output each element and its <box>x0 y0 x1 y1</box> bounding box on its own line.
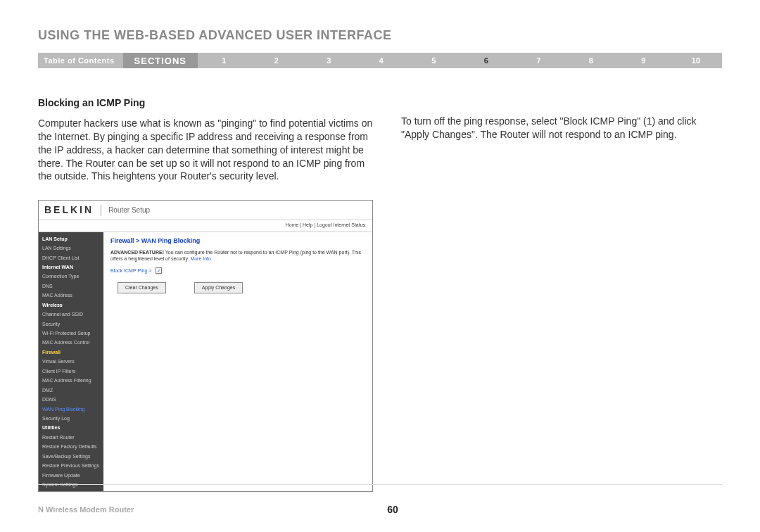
apply-changes-button[interactable]: Apply Changes <box>194 282 243 293</box>
top-right-links[interactable]: Home | Help | Logout Internet Status: <box>39 220 372 232</box>
sidebar-item[interactable]: DNS <box>39 281 103 291</box>
section-nav-bar: Table of Contents SECTIONS 1 2 3 4 5 6 7… <box>38 53 722 68</box>
sidebar-item[interactable]: MAC Address Filtering <box>39 376 103 385</box>
sidebar-item[interactable]: Security <box>39 319 103 329</box>
clear-changes-button[interactable]: Clear Changes <box>118 282 166 293</box>
nav-section-7[interactable]: 7 <box>512 56 565 65</box>
advanced-feature-label: ADVANCED FEATURE! <box>110 250 164 255</box>
router-sidebar: LAN SetupLAN SettingsDHCP Client ListInt… <box>39 232 103 492</box>
sidebar-item[interactable]: MAC Address <box>39 291 103 300</box>
sidebar-item[interactable]: Restart Router <box>39 433 103 442</box>
sidebar-item[interactable]: MAC Address Control <box>39 338 103 347</box>
sidebar-item[interactable]: Security Log <box>39 414 103 423</box>
block-icmp-label: Block ICMP Ping > <box>110 267 151 274</box>
sidebar-item[interactable]: LAN Setup <box>39 234 103 243</box>
sidebar-item[interactable]: Restore Previous Settings <box>39 461 103 470</box>
nav-section-8[interactable]: 8 <box>565 56 618 65</box>
nav-section-4[interactable]: 4 <box>355 56 408 65</box>
sub-heading: Blocking an ICMP Ping <box>38 96 373 110</box>
page-title: USING THE WEB-BASED ADVANCED USER INTERF… <box>38 28 722 43</box>
footer-page-number: 60 <box>63 504 722 515</box>
nav-sections-label: SECTIONS <box>123 53 198 68</box>
sidebar-item[interactable]: DMZ <box>39 386 103 395</box>
nav-section-2[interactable]: 2 <box>251 56 303 65</box>
sidebar-item[interactable]: Internet WAN <box>39 262 103 272</box>
nav-section-1[interactable]: 1 <box>198 56 251 65</box>
logo-separator <box>101 205 101 216</box>
belkin-logo: BELKIN <box>44 203 94 217</box>
nav-toc-link[interactable]: Table of Contents <box>38 56 123 65</box>
sidebar-item[interactable]: Wi-Fi Protected Setup <box>39 329 103 338</box>
nav-section-9[interactable]: 9 <box>617 56 670 65</box>
more-info-link[interactable]: More Info <box>190 256 211 261</box>
sidebar-item[interactable]: WAN Ping Blocking <box>39 405 103 414</box>
sidebar-item[interactable]: DHCP Client List <box>39 253 103 262</box>
nav-section-6[interactable]: 6 <box>460 56 513 65</box>
nav-section-3[interactable]: 3 <box>303 56 355 65</box>
router-ui-screenshot: BELKIN Router Setup Home | Help | Logout… <box>38 200 373 492</box>
panel-description: ADVANCED FEATURE! You can configure the … <box>110 249 365 262</box>
sidebar-item[interactable]: Firmware Update <box>39 471 103 480</box>
sidebar-item[interactable]: DDNS <box>39 395 103 404</box>
sidebar-item[interactable]: Restore Factory Defaults <box>39 442 103 451</box>
sidebar-item[interactable]: Wireless <box>39 300 103 310</box>
router-setup-label: Router Setup <box>108 205 150 215</box>
panel-breadcrumb: Firewall > WAN Ping Blocking <box>110 236 365 245</box>
sidebar-item[interactable]: Client IP Filters <box>39 367 103 376</box>
sidebar-item[interactable]: LAN Settings <box>39 243 103 253</box>
nav-section-10[interactable]: 10 <box>670 56 723 65</box>
right-body-text: To turn off the ping response, select "B… <box>401 115 722 141</box>
sidebar-item[interactable]: Save/Backup Settings <box>39 452 103 461</box>
sidebar-item[interactable]: Virtual Servers <box>39 357 103 366</box>
block-icmp-checkbox[interactable]: ✓ <box>156 267 162 274</box>
left-body-text: Computer hackers use what is known as "p… <box>38 117 373 183</box>
sidebar-item[interactable]: Firewall <box>39 348 103 357</box>
sidebar-item[interactable]: Channel and SSID <box>39 310 103 319</box>
nav-section-5[interactable]: 5 <box>407 56 460 65</box>
sidebar-item[interactable]: Utilities <box>39 423 103 432</box>
sidebar-item[interactable]: Connection Type <box>39 272 103 281</box>
